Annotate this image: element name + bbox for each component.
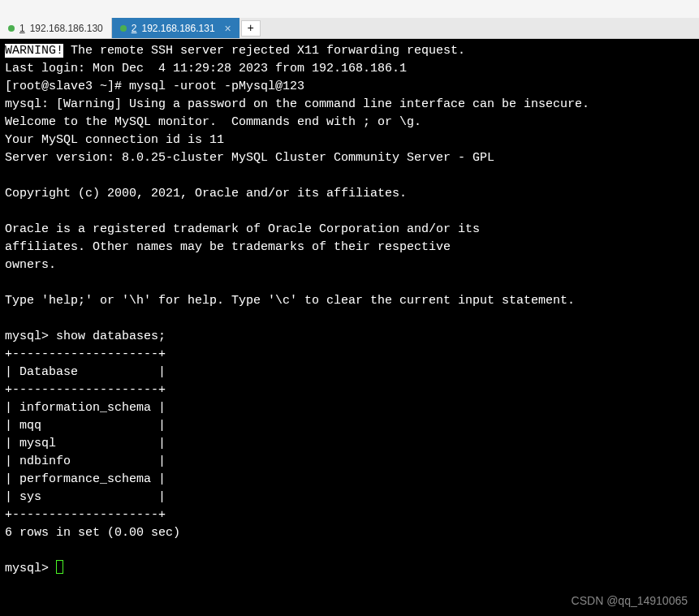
table-row: | mysql | — [5, 437, 166, 450]
help-line: Type 'help;' or '\h' for help. Type '\c'… — [5, 294, 575, 308]
warning-label: WARNING! — [5, 44, 63, 58]
rows-summary-line: 6 rows in set (0.00 sec) — [5, 526, 180, 540]
last-login-line: Last login: Mon Dec 4 11:29:28 2023 from… — [5, 62, 407, 75]
trademark-line-3: owners. — [5, 258, 56, 272]
tab-bar: 1 192.168.186.130 2 192.168.186.131 × + — [0, 18, 699, 39]
tab-2-number: 2 — [132, 23, 137, 34]
table-row: | performance_schema | — [5, 472, 166, 486]
tab-2[interactable]: 2 192.168.186.131 × — [112, 18, 239, 38]
add-tab-button[interactable]: + — [241, 20, 261, 37]
status-dot-icon — [8, 25, 15, 32]
shell-prompt-line: [root@slave3 ~]# mysql -uroot -pMysql@12… — [5, 80, 304, 93]
mysql-prompt: mysql> — [5, 562, 56, 575]
tab-2-ip: 192.168.186.131 — [141, 23, 214, 34]
table-border-sep: +--------------------+ — [5, 383, 166, 397]
trademark-line-2: affiliates. Other names may be trademark… — [5, 240, 451, 254]
welcome-line: Welcome to the MySQL monitor. Commands e… — [5, 115, 421, 129]
mysql-command-line: mysql> show databases; — [5, 330, 166, 343]
close-icon[interactable]: × — [225, 22, 231, 35]
copyright-line: Copyright (c) 2000, 2021, Oracle and/or … — [5, 187, 407, 200]
table-border-bottom: +--------------------+ — [5, 508, 166, 522]
tab-1[interactable]: 1 192.168.186.130 — [0, 18, 112, 38]
table-row: | sys | — [5, 490, 166, 504]
password-warning-line: mysql: [Warning] Using a password on the… — [5, 97, 589, 111]
table-header: | Database | — [5, 365, 166, 379]
table-row: | mqq | — [5, 419, 166, 433]
table-row: | ndbinfo | — [5, 454, 166, 468]
terminal-output[interactable]: WARNING! The remote SSH server rejected … — [0, 39, 699, 616]
watermark: CSDN @qq_14910065 — [572, 592, 688, 610]
status-dot-icon — [120, 25, 127, 32]
trademark-line-1: Oracle is a registered trademark of Orac… — [5, 222, 480, 236]
table-border-top: +--------------------+ — [5, 347, 166, 361]
tab-1-ip: 192.168.186.130 — [30, 23, 103, 34]
warning-text: The remote SSH server rejected X11 forwa… — [63, 44, 465, 58]
table-row: | information_schema | — [5, 401, 166, 415]
connection-id-line: Your MySQL connection id is 11 — [5, 133, 224, 147]
tab-1-number: 1 — [19, 23, 25, 34]
window-chrome — [0, 0, 699, 18]
server-version-line: Server version: 8.0.25-cluster MySQL Clu… — [5, 151, 494, 165]
cursor-icon — [56, 560, 63, 574]
